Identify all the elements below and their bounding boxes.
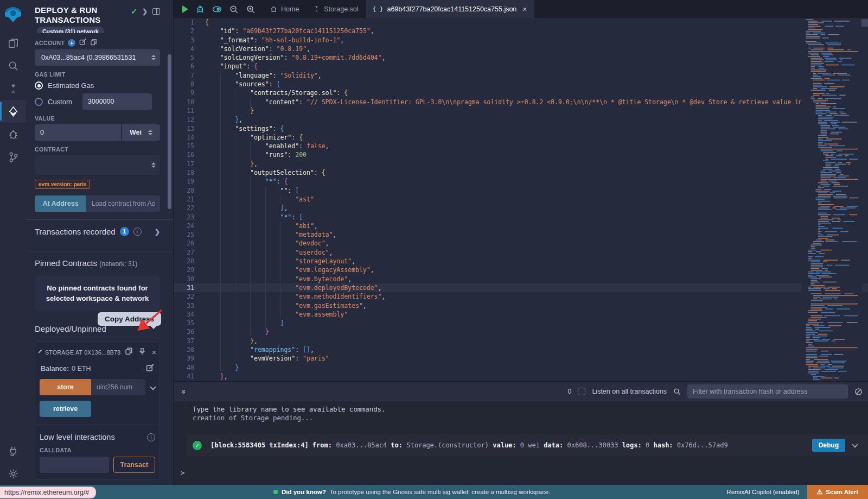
terminal-filter-input[interactable] — [687, 384, 848, 399]
code-line[interactable]: 37}, — [174, 337, 868, 345]
gas-custom-input[interactable] — [82, 93, 152, 110]
code-line[interactable]: 34"evm.assembly" — [174, 310, 868, 319]
code-line[interactable]: 38"remappings": [], — [174, 345, 868, 354]
code-line[interactable]: 7"language": "Solidity", — [174, 71, 868, 80]
info-icon[interactable]: i — [147, 433, 155, 441]
transact-button[interactable]: Transact — [113, 457, 155, 473]
search-icon[interactable] — [0, 54, 26, 77]
unit-stepper-icon[interactable] — [148, 130, 152, 135]
code-line[interactable]: 10"content": "// SPDX-License-Identifier… — [174, 98, 868, 106]
code-line[interactable]: 26"devdoc", — [174, 239, 868, 248]
value-input[interactable] — [35, 124, 121, 141]
code-line[interactable]: 14"optimizer": { — [174, 133, 868, 142]
code-line[interactable]: 23"*": [ — [174, 213, 868, 222]
expand-args-icon[interactable] — [150, 384, 156, 390]
code-line[interactable]: 21"ast" — [174, 195, 868, 204]
code-line[interactable]: 25"metadata", — [174, 230, 868, 239]
code-line[interactable]: 11} — [174, 106, 868, 115]
edit-account-icon[interactable] — [79, 39, 86, 47]
copilot-toggle-icon[interactable] — [212, 4, 222, 14]
radio-unselected-icon[interactable] — [35, 98, 43, 106]
editor-scrollbar[interactable] — [861, 19, 868, 27]
calldata-input[interactable] — [40, 457, 109, 473]
run-script-icon[interactable] — [182, 5, 188, 13]
account-select[interactable]: 0xA03...85ac4 (0.39866531531 — [35, 49, 160, 66]
value-unit-select[interactable]: Wei — [122, 124, 160, 141]
transactions-recorded-row[interactable]: Transactions recorded 1 i ❯ — [35, 220, 160, 243]
code-line[interactable]: 40} — [174, 363, 868, 372]
account-stepper-icon[interactable] — [151, 55, 156, 60]
remove-contract-icon[interactable]: × — [151, 348, 156, 357]
code-line[interactable]: 13"settings": { — [174, 124, 868, 133]
store-args-input[interactable] — [91, 379, 145, 395]
code-editor[interactable]: 1{2"id": "a69b43f277ba20fcac141151250ca7… — [174, 18, 868, 381]
radio-selected-icon[interactable] — [35, 81, 43, 90]
code-line[interactable]: 18"outputSelection": { — [174, 168, 868, 177]
at-address-input[interactable] — [86, 195, 160, 212]
debug-button[interactable]: Debug — [812, 439, 845, 452]
code-line[interactable]: 2"id": "a69b43f277ba20fcac141151250ca755… — [174, 27, 868, 35]
tab-storage-sol[interactable]: Storage.sol — [306, 0, 365, 18]
copilot-status[interactable]: RemixAI Copilot (enabled) — [726, 489, 799, 495]
code-line[interactable]: 17}, — [174, 160, 868, 168]
copy-address-icon[interactable] — [125, 347, 133, 357]
code-line[interactable]: 4"solcVersion": "0.8.19", — [174, 45, 868, 53]
code-line[interactable]: 1{ — [174, 18, 868, 27]
code-line[interactable]: 15"enabled": false, — [174, 142, 868, 150]
code-line[interactable]: 41}, — [174, 372, 868, 381]
plugin-manager-icon[interactable] — [0, 439, 26, 462]
deploy-run-icon[interactable] — [0, 100, 26, 123]
expand-terminal-icon[interactable]: « — [178, 389, 187, 394]
code-line[interactable]: 3"_format": "hh-sol-build-info-1", — [174, 36, 868, 45]
git-icon[interactable] — [0, 146, 26, 168]
panel-scrollbar[interactable] — [168, 54, 171, 209]
code-line[interactable]: 6"input": { — [174, 62, 868, 71]
code-line[interactable]: 31"evm.deployedBytecode", — [174, 283, 868, 292]
terminal-prompt[interactable]: > — [181, 469, 868, 477]
retrieve-function-button[interactable]: retrieve — [40, 401, 91, 417]
code-line[interactable]: 24"abi", — [174, 222, 868, 230]
code-line[interactable]: 29"evm.legacyAssembly", — [174, 266, 868, 274]
terminal-output[interactable]: Type the library name to see available c… — [174, 401, 868, 485]
code-line[interactable]: 5"solcLongVersion": "0.8.19+commit.7dd6d… — [174, 53, 868, 62]
contract-select[interactable] — [35, 155, 160, 175]
add-account-icon[interactable]: + — [68, 39, 75, 47]
minimap[interactable] — [801, 18, 861, 381]
close-tab-icon[interactable]: × — [522, 5, 527, 14]
gas-custom-radio[interactable]: Custom — [35, 93, 160, 110]
code-line[interactable]: 32"evm.methodIdentifiers", — [174, 292, 868, 301]
at-address-button[interactable]: At Address — [35, 195, 86, 212]
settings-gear-icon[interactable] — [0, 462, 26, 485]
collapse-contract-icon[interactable] — [38, 349, 42, 353]
code-line[interactable]: 9"contracts/Storage.sol": { — [174, 89, 868, 97]
tab-build-info-json[interactable]: { } a69b43f277ba20fcac141151250ca755.jso… — [366, 0, 534, 18]
expand-section-icon[interactable]: ❯ — [155, 228, 160, 236]
code-line[interactable]: 33"evm.gasEstimates", — [174, 301, 868, 310]
code-line[interactable]: 27"userdoc", — [174, 248, 868, 257]
pin-contract-icon[interactable] — [138, 348, 146, 357]
remix-logo-icon[interactable] — [3, 4, 23, 24]
contract-stepper-icon[interactable] — [151, 162, 156, 168]
gas-estimated-radio[interactable]: Estimated Gas — [35, 81, 160, 90]
code-line[interactable]: 8"sources": { — [174, 80, 868, 89]
code-line[interactable]: 35] — [174, 319, 868, 327]
code-line[interactable]: 39"evmVersion": "paris" — [174, 354, 868, 363]
zoom-out-icon[interactable] — [229, 4, 239, 14]
solidity-compiler-icon[interactable] — [0, 77, 26, 100]
zoom-in-icon[interactable] — [246, 4, 256, 14]
copy-account-icon[interactable] — [90, 39, 97, 47]
code-line[interactable]: 12}, — [174, 115, 868, 124]
tab-home[interactable]: Home — [263, 0, 306, 18]
debugger-icon[interactable] — [0, 123, 26, 146]
code-lines[interactable]: 1{2"id": "a69b43f277ba20fcac141151250ca7… — [174, 18, 868, 381]
scam-alert-badge[interactable]: ⚠ Scam Alert — [807, 485, 868, 499]
code-line[interactable]: 16"runs": 200 — [174, 150, 868, 159]
collapse-panel-icon[interactable]: ❯ — [142, 8, 148, 15]
info-icon[interactable]: i — [133, 228, 142, 236]
code-line[interactable]: 30"evm.bytecode", — [174, 275, 868, 283]
code-line[interactable]: 22], — [174, 204, 868, 212]
code-line[interactable]: 20"": [ — [174, 186, 868, 195]
clear-console-icon[interactable] — [854, 388, 863, 396]
code-line[interactable]: 36} — [174, 327, 868, 336]
code-line[interactable]: 28"storageLayout", — [174, 257, 868, 266]
